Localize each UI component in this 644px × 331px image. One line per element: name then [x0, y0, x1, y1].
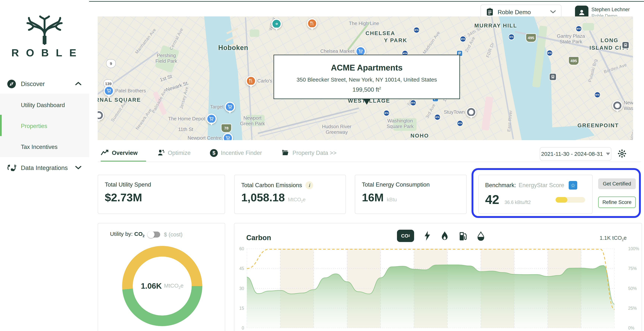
map-pin-label: Chelsea Market — [320, 49, 354, 54]
property-tabs: Overview Optimize $ Incentive Finder Pro… — [101, 145, 336, 161]
tab-incentive-finder[interactable]: $ Incentive Finder — [210, 149, 262, 157]
map-park — [582, 23, 594, 31]
chart-title: Carbon — [246, 234, 271, 242]
date-range-selector[interactable]: 2021-11-30 - 2024-08-31 — [540, 147, 611, 161]
y-axis-tick-left: 15 — [234, 306, 244, 311]
map-route-shield: 9 — [106, 59, 116, 68]
chevron-up-icon — [75, 81, 82, 87]
map-district-label: JOURNAL SQUARE — [98, 97, 141, 103]
cart-map-pin[interactable]: Target — [225, 102, 235, 112]
cart-map-pin[interactable]: The Home Depot — [206, 114, 217, 124]
chevron-down-icon — [75, 165, 82, 171]
mta-map-pin[interactable]: MTA — [508, 34, 514, 40]
tab-label: Optimize — [168, 150, 190, 156]
map-pin-label: NewtWast — [624, 100, 633, 111]
train-map-pin[interactable] — [549, 73, 556, 81]
property-map[interactable]: JOURNAL SQUAREHobokenCHELSEAMURRAY HILLW… — [98, 17, 633, 140]
fuel-toggle-group: CO2 — [397, 230, 484, 242]
metric-title: Total Energy Consumption — [362, 181, 430, 188]
settings-gear-icon[interactable] — [617, 149, 627, 159]
teal-map-pin[interactable] — [271, 19, 282, 29]
map-pin-label: StuyTown — [444, 109, 465, 115]
map-district-label: CHELSEA — [366, 30, 395, 36]
gray-map-pin[interactable]: NewtWast — [612, 100, 622, 111]
gray-map-pin[interactable]: StuyTown — [466, 107, 476, 117]
mta-map-pin[interactable]: MTA — [546, 50, 553, 56]
tab-label: Incentive Finder — [221, 150, 262, 156]
sidebar-item-tax-incentives[interactable]: Tax Incentives — [21, 144, 58, 150]
chevron-down-icon — [550, 10, 556, 15]
carbon-chart-svg — [247, 249, 614, 328]
brand-logo: ROBLE — [0, 15, 89, 59]
benchmark-annotation-box — [472, 168, 641, 218]
map-route-shield: 495 — [526, 33, 536, 42]
map-pin-label: The Home Depot — [168, 116, 205, 122]
restaurant-map-pin[interactable] — [307, 18, 317, 29]
fuel-pump-icon[interactable] — [459, 231, 467, 241]
donut-unit: MtCO2e — [164, 282, 184, 290]
donut-value: 1.06K — [141, 281, 162, 290]
metric-unit: MtCO2e — [288, 197, 306, 202]
donut-center-label: 1.06K MtCO2e — [122, 246, 202, 326]
tab-label: Overview — [112, 150, 138, 156]
mta-map-pin[interactable]: MTA — [594, 92, 600, 98]
restaurant-map-pin[interactable]: Carlo's — [246, 76, 256, 86]
sidebar-item-data-integrations[interactable]: Data Integrations — [0, 159, 89, 177]
train-map-pin[interactable] — [622, 42, 629, 49]
map-place-label: The High Line — [349, 21, 379, 26]
get-certified-button[interactable]: Get Certified — [598, 178, 636, 189]
metric-value: 16M kBtu — [362, 191, 397, 204]
cart-map-pin[interactable]: Patel Brothers — [104, 86, 114, 96]
metric-card-carbon-emissions: Total Carbon Emissions i 1,058.18 MtCO2e — [234, 175, 346, 214]
toggle-knob — [148, 231, 154, 238]
map-district-label: LONG — [600, 37, 618, 44]
engineer-icon — [157, 149, 165, 157]
sidebar-item-label: Data Integrations — [21, 164, 68, 171]
mta-map-pin[interactable]: MTA — [576, 26, 582, 32]
cost-toggle-label: $ (cost) — [164, 231, 182, 238]
co2-cost-toggle[interactable] — [148, 232, 160, 237]
toggle-co2[interactable]: CO2 — [397, 230, 414, 242]
carbon-chart-card: Carbon CO2 1.1K tCO2e 604530150100%75%50… — [234, 223, 642, 331]
y-axis-tick-left: 45 — [234, 266, 244, 271]
mta-map-pin[interactable]: MTA — [413, 27, 420, 33]
metric-title: Total Utility Spend — [105, 181, 151, 188]
tab-label: Property Data >> — [292, 150, 336, 156]
y-axis-tick-left: 30 — [234, 286, 244, 291]
tab-property-data[interactable]: Property Data >> — [281, 149, 336, 157]
sidebar-item-properties[interactable]: Properties — [21, 123, 47, 130]
donut-title: Utility by: CO2 — [110, 231, 144, 238]
map-pin-label: Newport Centre — [188, 135, 222, 140]
map-pin-label: Patel Brothers — [115, 88, 146, 94]
tab-optimize[interactable]: Optimize — [157, 149, 190, 157]
mta-map-pin[interactable]: MTA — [410, 100, 416, 106]
caret-down-icon — [606, 153, 610, 155]
mta-map-pin[interactable]: MTA — [457, 120, 463, 127]
map-park — [250, 30, 259, 37]
property-info-card: ACME Apartments 350 Bleecker Street, New… — [274, 55, 460, 99]
mta-map-pin[interactable]: MTA — [383, 110, 390, 116]
y-axis-tick-left: 60 — [234, 246, 244, 251]
chart-total-badge: 1.1K tCO2e — [600, 235, 627, 242]
gas-flame-icon[interactable] — [440, 231, 449, 241]
electricity-bolt-icon[interactable] — [424, 231, 430, 241]
clipboard-icon — [486, 8, 494, 17]
top-accent-line — [0, 1, 644, 2]
sidebar-item-discover[interactable]: Discover — [0, 75, 89, 93]
metric-card-energy-consumption: Total Energy Consumption 16M kBtu — [355, 175, 467, 214]
info-icon[interactable]: i — [306, 181, 313, 189]
map-district-label: Hoboken — [218, 44, 248, 52]
folder-icon — [281, 149, 290, 157]
brand-name: ROBLE — [0, 47, 89, 59]
refine-score-button[interactable]: Refine Score — [598, 196, 636, 208]
metric-title: Total Carbon Emissions — [241, 182, 302, 189]
property-area: 199,500 ft2 — [274, 86, 460, 93]
sidebar-item-utility-dashboard[interactable]: Utility Dashboard — [21, 102, 65, 109]
organization-name: Roble Demo — [498, 9, 531, 16]
mta-map-pin[interactable]: MTA — [460, 36, 466, 42]
mta-map-pin[interactable]: MTA — [434, 114, 440, 120]
oil-droplet-icon[interactable] — [477, 231, 484, 241]
tab-overview[interactable]: Overview — [101, 149, 138, 157]
tree-logo-icon — [22, 15, 67, 45]
carbon-area-chart — [247, 249, 614, 328]
